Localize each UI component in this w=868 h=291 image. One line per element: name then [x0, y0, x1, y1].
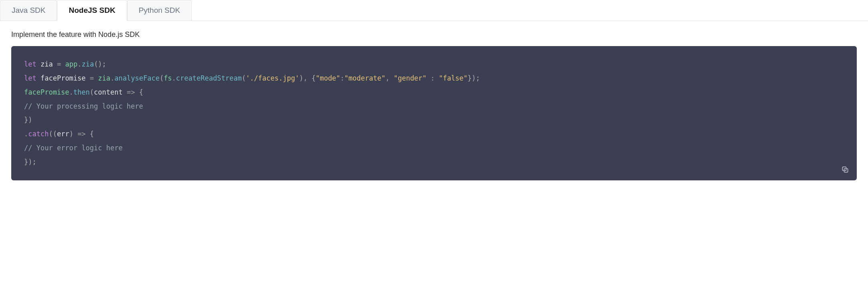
- code-token: // Your error logic here: [24, 144, 123, 152]
- code-token: then: [73, 88, 90, 96]
- code-token: let: [24, 74, 37, 82]
- code-token: (: [242, 74, 246, 82]
- code-token: (: [90, 88, 94, 96]
- code-token: ,: [303, 74, 311, 82]
- sdk-tabs: Java SDK NodeJS SDK Python SDK: [0, 0, 868, 21]
- code-token: ();: [94, 60, 106, 68]
- code-token: facePromise: [24, 88, 69, 96]
- code-token: "moderate": [345, 74, 385, 82]
- code-token: ((: [49, 130, 57, 138]
- code-token: './faces.jpg': [246, 74, 299, 82]
- code-token: "false": [439, 74, 468, 82]
- code-token: let: [24, 60, 37, 68]
- code-token: facePromise: [41, 74, 86, 82]
- code-token: {: [312, 74, 316, 82]
- code-token: =: [90, 74, 94, 82]
- code-token: catch: [28, 130, 49, 138]
- code-token: .: [110, 74, 114, 82]
- code-token: // Your processing logic here: [24, 102, 143, 110]
- code-pre: let zia = app.zia(); let facePromise = z…: [24, 57, 844, 169]
- code-token: .: [24, 130, 28, 138]
- code-token: app: [65, 60, 77, 68]
- code-token: ): [69, 130, 73, 138]
- code-token: createReadStream: [176, 74, 242, 82]
- code-token: :: [340, 74, 344, 82]
- code-token: err: [57, 130, 69, 138]
- code-token: ): [299, 74, 303, 82]
- code-token: });: [24, 158, 37, 166]
- code-token: zia: [81, 60, 94, 68]
- code-token: fs: [164, 74, 172, 82]
- code-token: }: [468, 74, 472, 82]
- code-token: =>: [73, 130, 90, 138]
- copy-icon[interactable]: [841, 165, 850, 174]
- code-token: "mode": [316, 74, 340, 82]
- tab-nodejs-sdk[interactable]: NodeJS SDK: [57, 0, 127, 21]
- code-token: );: [472, 74, 480, 82]
- code-token: =: [57, 60, 61, 68]
- code-token: (: [160, 74, 164, 82]
- code-token: :: [426, 74, 439, 82]
- code-token: .: [77, 60, 81, 68]
- code-token: zia: [98, 74, 110, 82]
- code-token: }): [24, 116, 32, 124]
- tab-content: Implement the feature with Node.js SDK l…: [0, 21, 868, 190]
- code-block: let zia = app.zia(); let facePromise = z…: [11, 46, 857, 180]
- tab-java-sdk[interactable]: Java SDK: [0, 0, 57, 20]
- code-token: ,: [385, 74, 393, 82]
- content-description: Implement the feature with Node.js SDK: [11, 30, 857, 39]
- code-token: zia: [41, 60, 53, 68]
- code-token: {: [90, 130, 94, 138]
- tab-python-sdk[interactable]: Python SDK: [127, 0, 192, 20]
- code-token: "gender": [393, 74, 426, 82]
- code-token: analyseFace: [114, 74, 160, 82]
- code-token: .: [172, 74, 176, 82]
- code-token: content: [94, 88, 123, 96]
- code-token: .: [69, 88, 73, 96]
- code-token: {: [139, 88, 143, 96]
- code-token: =>: [123, 88, 139, 96]
